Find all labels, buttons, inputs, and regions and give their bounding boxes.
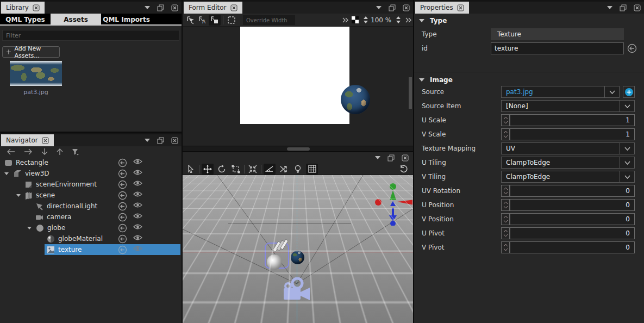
v-position-field[interactable]: 0 bbox=[510, 213, 635, 225]
expander-open-icon[interactable] bbox=[16, 194, 21, 197]
tree-row-camera[interactable]: camera bbox=[0, 212, 182, 222]
translation-axis-gizmo[interactable] bbox=[372, 182, 413, 226]
arrow-up-icon[interactable] bbox=[57, 148, 63, 156]
export-toggle-icon[interactable] bbox=[118, 223, 127, 233]
selection-mode-text-icon[interactable]: A bbox=[197, 15, 209, 26]
v-tiling-combo[interactable]: ClampToEdge bbox=[501, 171, 635, 183]
globe-3d-preview[interactable] bbox=[341, 85, 370, 114]
tree-row-scene[interactable]: scene bbox=[0, 190, 182, 201]
tab-qml-imports[interactable]: QML Imports bbox=[101, 14, 152, 24]
camera-angle-icon[interactable] bbox=[264, 164, 276, 175]
visibility-eye-icon[interactable] bbox=[133, 234, 142, 241]
export-toggle-icon[interactable] bbox=[118, 245, 127, 254]
v-scale-stepper[interactable] bbox=[501, 128, 510, 140]
v-pivot-stepper[interactable] bbox=[501, 241, 510, 253]
filter-input[interactable] bbox=[2, 30, 179, 41]
edit3d-viewport[interactable] bbox=[183, 175, 413, 323]
tree-row-view3d[interactable]: view3D bbox=[0, 168, 182, 179]
dropdown-caret-icon[interactable] bbox=[376, 6, 382, 9]
chevron-down-icon[interactable] bbox=[620, 157, 634, 168]
arrow-down-icon[interactable] bbox=[41, 148, 48, 156]
dropdown-caret-icon[interactable] bbox=[607, 6, 612, 9]
visibility-eye-icon[interactable] bbox=[133, 169, 142, 176]
export-toggle-icon[interactable] bbox=[627, 44, 637, 53]
u-tiling-combo[interactable]: ClampToEdge bbox=[501, 157, 635, 169]
properties-tab[interactable]: Properties bbox=[415, 2, 469, 14]
export-toggle-icon[interactable] bbox=[118, 213, 127, 222]
v-scale-field[interactable]: 1 bbox=[510, 128, 635, 140]
visibility-eye-icon[interactable] bbox=[133, 180, 142, 187]
tab-assets[interactable]: Assets bbox=[51, 14, 101, 24]
stepper-icon[interactable] bbox=[360, 15, 372, 26]
form-editor-canvas[interactable] bbox=[183, 27, 413, 146]
directional-light-gizmo[interactable] bbox=[270, 238, 289, 254]
gray-sphere-object[interactable] bbox=[267, 254, 282, 270]
reset-view-icon[interactable] bbox=[398, 164, 410, 175]
float-panel-icon[interactable] bbox=[387, 154, 395, 162]
source-item-combo[interactable]: [None] bbox=[501, 100, 635, 112]
horizontal-scrollbar[interactable] bbox=[183, 146, 413, 151]
scrollbar-handle[interactable] bbox=[287, 147, 310, 151]
chevron-down-icon[interactable] bbox=[620, 143, 634, 154]
float-panel-icon[interactable] bbox=[389, 4, 396, 11]
library-tab[interactable]: Library bbox=[1, 2, 45, 14]
close-panel-icon[interactable] bbox=[403, 4, 410, 11]
select-arrow-icon[interactable] bbox=[185, 164, 197, 175]
asset-thumbnail-world-map[interactable] bbox=[10, 61, 62, 86]
override-width-input[interactable] bbox=[243, 15, 295, 25]
grid-toggle-icon[interactable] bbox=[306, 164, 318, 175]
visibility-eye-icon[interactable] bbox=[133, 245, 142, 252]
float-panel-icon[interactable] bbox=[157, 137, 164, 144]
export-toggle-icon[interactable] bbox=[118, 169, 127, 178]
visibility-eye-icon[interactable] bbox=[133, 202, 142, 208]
chevron-down-icon[interactable] bbox=[620, 101, 634, 111]
export-toggle-icon[interactable] bbox=[118, 158, 127, 167]
texture-mapping-combo[interactable]: UV bbox=[501, 142, 635, 154]
close-panel-icon[interactable] bbox=[402, 154, 409, 162]
v-position-stepper[interactable] bbox=[501, 213, 510, 225]
tab-qml-types[interactable]: QML Types bbox=[0, 14, 51, 24]
id-input[interactable] bbox=[491, 42, 624, 54]
navigator-tab[interactable]: Navigator bbox=[1, 134, 54, 146]
u-scale-field[interactable]: 1 bbox=[510, 114, 635, 126]
tree-row-texture[interactable]: texture bbox=[0, 244, 182, 255]
dropdown-caret-icon[interactable] bbox=[375, 156, 380, 159]
visibility-eye-icon[interactable] bbox=[133, 158, 142, 165]
close-icon[interactable] bbox=[457, 4, 464, 11]
add-new-assets-button[interactable]: Add New Assets... bbox=[2, 46, 60, 58]
u-position-field[interactable]: 0 bbox=[510, 199, 635, 211]
tree-row-scene-environment[interactable]: sceneEnvironment bbox=[0, 179, 182, 190]
selection-mode-item-icon[interactable] bbox=[209, 15, 221, 26]
v-pivot-field[interactable]: 0 bbox=[510, 241, 635, 253]
chevron-down-icon[interactable] bbox=[604, 86, 619, 97]
arrow-left-icon[interactable] bbox=[7, 148, 15, 155]
source-combo[interactable]: pat3.jpg bbox=[501, 86, 620, 98]
close-panel-icon[interactable] bbox=[634, 4, 641, 11]
visibility-eye-icon[interactable] bbox=[133, 191, 142, 197]
tree-row-rectangle[interactable]: Rectangle bbox=[0, 157, 182, 168]
add-texture-source-button[interactable] bbox=[623, 86, 635, 98]
move-tool-icon[interactable] bbox=[202, 164, 214, 175]
float-panel-icon[interactable] bbox=[157, 4, 164, 11]
tree-row-globe[interactable]: globe bbox=[0, 222, 182, 233]
close-icon[interactable] bbox=[42, 137, 49, 144]
tree-row-directional-light[interactable]: directionalLight bbox=[0, 201, 182, 212]
image-section-header[interactable]: Image bbox=[414, 74, 644, 85]
dropdown-caret-icon[interactable] bbox=[145, 139, 150, 142]
form-editor-tab[interactable]: Form Editor bbox=[184, 2, 242, 14]
scene-camera-gizmo[interactable] bbox=[282, 277, 311, 301]
export-toggle-icon[interactable] bbox=[118, 234, 127, 244]
tree-row-globe-material[interactable]: globeMaterial bbox=[0, 233, 182, 244]
close-panel-icon[interactable] bbox=[171, 4, 178, 11]
more-chevron-icon[interactable] bbox=[402, 15, 413, 26]
export-toggle-icon[interactable] bbox=[118, 191, 127, 200]
visibility-eye-icon[interactable] bbox=[133, 223, 142, 230]
type-section-header[interactable]: Type bbox=[414, 15, 644, 26]
u-pivot-stepper[interactable] bbox=[501, 227, 510, 239]
export-toggle-icon[interactable] bbox=[118, 202, 127, 211]
float-panel-icon[interactable] bbox=[620, 4, 627, 11]
u-scale-stepper[interactable] bbox=[501, 114, 510, 126]
arrow-right-icon[interactable] bbox=[24, 148, 33, 155]
uv-rotation-stepper[interactable] bbox=[501, 185, 510, 197]
u-position-stepper[interactable] bbox=[501, 199, 510, 211]
